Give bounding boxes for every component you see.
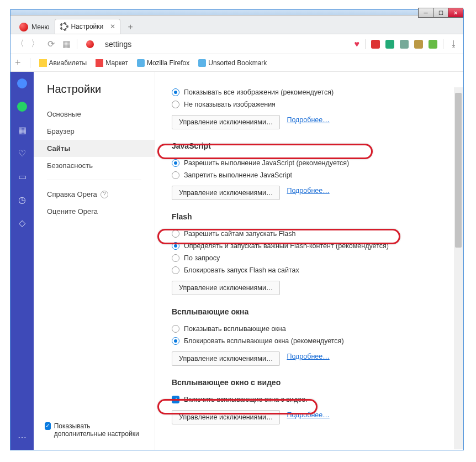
checkbox-icon [45, 422, 51, 430]
scrollbar[interactable] [454, 87, 463, 449]
main-menu-button[interactable]: Меню [13, 20, 52, 34]
minimize-button[interactable]: ─ [418, 8, 433, 18]
new-tab-button[interactable]: + [124, 20, 137, 34]
radio-icon [172, 101, 179, 108]
opt-popup-show[interactable]: Показывать всплывающие окна [172, 323, 447, 335]
manage-exceptions-button[interactable]: Управление исключениями… [172, 351, 280, 366]
opt-video-enable[interactable]: Включить всплывающие окна с видео. [172, 393, 447, 406]
opt-images-hide[interactable]: Не показывать изображения [172, 98, 447, 111]
section-popups: Всплывающие окна [172, 307, 447, 316]
download-icon[interactable]: ⭳ [449, 39, 459, 49]
forward-icon[interactable]: 〉 [30, 38, 40, 50]
sidebar-item-browser[interactable]: Браузер [34, 123, 155, 140]
history-icon[interactable]: ◷ [17, 195, 27, 204]
radio-icon [172, 171, 179, 179]
grid-icon[interactable]: ▦ [17, 125, 27, 135]
extension-icon[interactable] [400, 40, 409, 49]
extension-icon[interactable] [414, 40, 423, 49]
sidebar-item-rate[interactable]: Оцените Opera [34, 203, 155, 220]
scrollbar-thumb[interactable] [455, 93, 462, 248]
extension-icon[interactable] [385, 40, 394, 49]
sidebar-item-sites[interactable]: Сайты [34, 140, 155, 157]
package-icon[interactable]: ◇ [17, 218, 27, 228]
messenger-icon[interactable] [17, 78, 27, 88]
sidebar-item-security[interactable]: Безопасность [34, 157, 155, 174]
learn-more-link[interactable]: Подробнее… [287, 353, 329, 360]
extension-icon[interactable] [429, 40, 437, 49]
opt-flash-allow[interactable]: Разрешить сайтам запускать Flash [172, 228, 447, 240]
manage-exceptions-button[interactable]: Управление исключениями… [172, 410, 280, 424]
heart-icon[interactable]: ♡ [17, 148, 27, 158]
menu-label: Меню [31, 23, 49, 31]
settings-content: Показывать все изображения (рекомендуетс… [155, 72, 463, 450]
tab-bar: Меню Настройки ✕ + [10, 15, 463, 34]
heart-icon[interactable]: ♥ [355, 39, 360, 49]
tab-settings[interactable]: Настройки ✕ [55, 19, 120, 34]
page-title: Настройки [34, 83, 155, 106]
manage-exceptions-button[interactable]: Управление исключениями… [172, 281, 280, 295]
manage-exceptions-button[interactable]: Управление исключениями… [172, 186, 280, 200]
opt-js-allow[interactable]: Разрешить выполнение JavaScript (рекомен… [172, 157, 447, 169]
maximize-button[interactable]: ☐ [433, 8, 448, 18]
section-video-popup: Всплывающее окно с видео [172, 378, 447, 387]
opera-small-icon [86, 40, 94, 48]
extension-icon[interactable] [371, 40, 380, 49]
bookmark-item[interactable]: Mozilla Firefox [137, 59, 189, 67]
radio-icon [172, 159, 179, 167]
radio-icon [172, 230, 179, 238]
radio-icon [172, 88, 179, 96]
settings-sidebar: Настройки Основные Браузер Сайты Безопас… [34, 72, 155, 450]
help-icon: ? [101, 191, 108, 198]
learn-more-link[interactable]: Подробнее… [287, 411, 329, 419]
show-advanced-checkbox[interactable]: Показывать дополнительные настройки [34, 417, 155, 443]
opt-flash-block[interactable]: Блокировать запуск Flash на сайтах [172, 264, 447, 276]
learn-more-link[interactable]: Подробнее… [287, 187, 329, 195]
radio-icon [172, 325, 179, 333]
bookmark-item[interactable]: Авиабилеты [39, 59, 87, 67]
folder-icon [198, 59, 206, 67]
address-bar: 〈 〉 ⟳ ▦ ♥ ⭳ [10, 34, 463, 54]
close-tab-icon[interactable]: ✕ [110, 23, 115, 30]
reload-icon[interactable]: ⟳ [46, 39, 56, 49]
sidebar-item-basic[interactable]: Основные [34, 106, 155, 123]
opt-images-show[interactable]: Показывать все изображения (рекомендуетс… [172, 86, 447, 98]
opt-js-deny[interactable]: Запретить выполнение JavaScript [172, 169, 447, 181]
close-button[interactable]: ✕ [448, 8, 463, 18]
tab-title: Настройки [71, 23, 103, 30]
gear-icon [61, 23, 67, 30]
learn-more-link[interactable]: Подробнее… [287, 116, 329, 124]
news-icon[interactable]: ▭ [17, 171, 27, 181]
radio-icon [172, 266, 179, 274]
manage-exceptions-button[interactable]: Управление исключениями… [172, 115, 280, 129]
address-input[interactable] [103, 38, 349, 51]
opt-popup-block[interactable]: Блокировать всплывающие окна (рекомендуе… [172, 335, 447, 347]
whatsapp-icon[interactable] [17, 102, 27, 112]
radio-icon [172, 242, 179, 250]
section-flash: Flash [172, 212, 447, 221]
opt-flash-ask[interactable]: По запросу [172, 252, 447, 264]
checkbox-icon [172, 396, 179, 403]
bookmark-bar: + Авиабилеты Маркет Mozilla Firefox Unso… [10, 54, 463, 72]
side-rail: ▦ ♡ ▭ ◷ ◇ ⋯ [10, 72, 34, 450]
opera-icon [19, 23, 28, 32]
bookmark-item[interactable]: Unsorted Bookmark [198, 59, 267, 67]
back-icon[interactable]: 〈 [15, 38, 25, 50]
section-javascript: JavaScript [172, 141, 447, 150]
folder-icon [137, 59, 145, 67]
plane-icon [39, 59, 47, 67]
sidebar-item-help[interactable]: Справка Opera? [34, 186, 155, 203]
radio-icon [172, 337, 179, 345]
bookmark-item[interactable]: Маркет [96, 59, 128, 67]
speed-dial-icon[interactable]: ▦ [61, 39, 71, 49]
radio-icon [172, 254, 179, 262]
cart-icon [96, 59, 103, 67]
opt-flash-detect[interactable]: Определять и запускать важный Flash-конт… [172, 240, 447, 252]
add-bookmark-button[interactable]: + [15, 57, 21, 69]
more-icon[interactable]: ⋯ [17, 432, 27, 442]
